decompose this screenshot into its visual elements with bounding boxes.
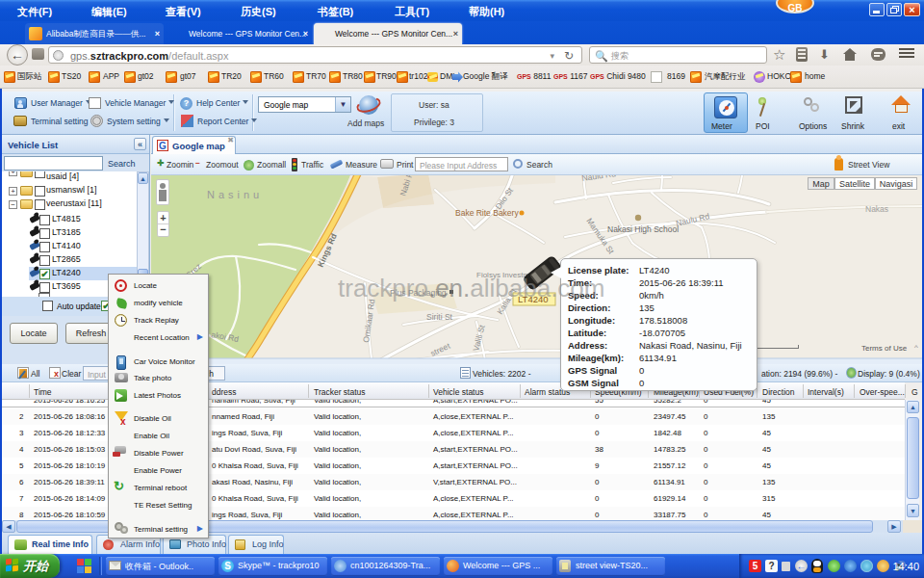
svg-text:Nakas: Nakas: [865, 204, 888, 214]
svg-text:Nasinu: Nasinu: [207, 189, 263, 200]
svg-text:Bake Rite Bakery: Bake Rite Bakery: [455, 208, 519, 218]
svg-text:Siriti St: Siriti St: [426, 312, 453, 322]
svg-text:Nakasi High School: Nakasi High School: [607, 224, 679, 234]
